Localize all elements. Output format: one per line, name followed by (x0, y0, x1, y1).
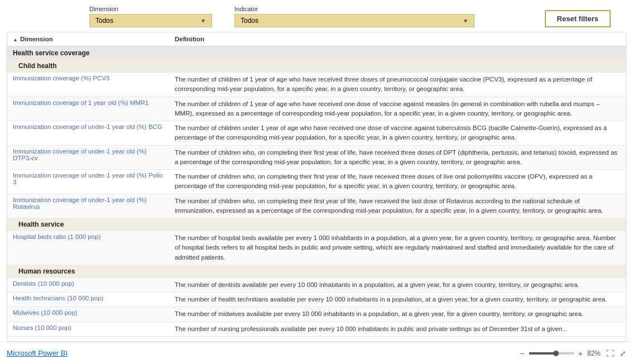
dimension-cell: Immunization coverage of under-1 year ol… (7, 121, 169, 146)
dimension-cell: Health technicians (10 000 pop) (7, 293, 169, 307)
definition-cell: The number of children who, on completin… (169, 145, 626, 170)
table-row: Dentists (10 000 pop)The number of denti… (7, 277, 626, 292)
section-header-row: Health service coverage (7, 46, 626, 60)
subsection-header-row: Health service (7, 218, 626, 231)
subsection-header-label: Child health (7, 60, 626, 73)
dimension-value: Todos (95, 17, 113, 25)
table-row: Health technicians (10 000 pop)The numbe… (7, 293, 626, 307)
table-row: Immunization coverage (%) PCV3The number… (7, 73, 626, 97)
dimension-cell: Immunization coverage of under-1 year ol… (7, 170, 169, 194)
subsection-header-row: Child health (7, 60, 626, 73)
dimension-cell: Immunization coverage of under-1 year ol… (7, 145, 169, 170)
zoom-minus-button[interactable]: − (520, 349, 525, 358)
fullscreen-icon[interactable]: ⛶ (606, 349, 614, 358)
zoom-slider[interactable] (529, 352, 574, 355)
col-header-dimension: ▲Dimension (7, 32, 169, 46)
indicator-filter-label: Indicator (234, 6, 474, 12)
col-header-definition: Definition (169, 32, 626, 46)
main-table-container: ▲Dimension Definition Health service cov… (7, 32, 626, 342)
zoom-plus-button[interactable]: + (578, 349, 583, 358)
definition-cell: The number of children of 1 year of age … (169, 97, 626, 121)
table-row: Nurses (10 000 pop)The number of nursing… (7, 322, 626, 336)
dimension-filter-group: Dimension Todos ▼ (89, 6, 212, 27)
definition-cell: The number of children who, on completin… (169, 170, 626, 194)
table-row: Immunization coverage of under-1 year ol… (7, 121, 626, 146)
table-row: Immunization coverage of under-1 year ol… (7, 145, 626, 170)
section-header-label: Health service coverage (7, 46, 626, 60)
definition-cell: The number of children who, on completin… (169, 194, 626, 218)
definition-cell: The number of hospital beds available pe… (169, 231, 626, 265)
subsection-header-label: Human resources (7, 265, 626, 277)
dimension-dropdown[interactable]: Todos ▼ (89, 14, 212, 27)
dimension-cell: Dentists (10 000 pop) (7, 277, 169, 292)
table-row: Immunization coverage of under-1 year ol… (7, 170, 626, 194)
dimension-cell: Midwives (10 000 pop) (7, 307, 169, 322)
definition-cell: The number of nursing professionals avai… (169, 322, 626, 336)
top-bar: Dimension Todos ▼ Indicator Todos ▼ Rese… (0, 0, 633, 32)
table-row: Hospital beds ratio (1 000 pop)The numbe… (7, 231, 626, 265)
definition-cell: The number of children under 1 year of a… (169, 121, 626, 146)
subsection-header-row: Human resources (7, 265, 626, 277)
subsection-header-label: Health service (7, 218, 626, 231)
bottom-bar: Microsoft Power BI − + 82% ⛶ ⤢ (0, 342, 633, 364)
indicator-value: Todos (241, 17, 258, 25)
table-row: Immunization coverage of under-1 year ol… (7, 194, 626, 218)
zoom-handle (553, 351, 559, 356)
expand-icon[interactable]: ⤢ (620, 349, 626, 358)
definition-cell: The number of children of 1 year of age … (169, 73, 626, 97)
indicators-table: ▲Dimension Definition Health service cov… (7, 32, 626, 337)
zoom-controls: − + 82% (520, 349, 601, 358)
indicator-filter-group: Indicator Todos ▼ (234, 6, 474, 27)
reset-filters-button[interactable]: Reset filters (545, 10, 611, 27)
zoom-percentage: 82% (587, 349, 601, 357)
indicator-dropdown[interactable]: Todos ▼ (234, 14, 474, 27)
table-row: Immunization coverage of 1 year old (%) … (7, 97, 626, 121)
dimension-cell: Hospital beds ratio (1 000 pop) (7, 231, 169, 265)
definition-cell: The number of health technitians availab… (169, 293, 626, 307)
table-row: Midwives (10 000 pop)The number of midwi… (7, 307, 626, 322)
dimension-cell: Nurses (10 000 pop) (7, 322, 169, 336)
indicator-chevron-icon: ▼ (463, 18, 468, 24)
zoom-slider-fill (529, 352, 556, 355)
dimension-chevron-icon: ▼ (200, 18, 206, 24)
bottom-icons: − + 82% ⛶ ⤢ (520, 349, 626, 358)
definition-cell: The number of midwives available per eve… (169, 307, 626, 322)
dimension-cell: Immunization coverage (%) PCV3 (7, 73, 169, 97)
dimension-filter-label: Dimension (89, 6, 212, 12)
power-bi-link[interactable]: Microsoft Power BI (7, 349, 68, 357)
dimension-cell: Immunization coverage of 1 year old (%) … (7, 97, 169, 121)
definition-cell: The number of dentists available per eve… (169, 277, 626, 292)
dimension-cell: Immunization coverage of under-1 year ol… (7, 194, 169, 218)
sort-icon: ▲ (13, 37, 18, 42)
